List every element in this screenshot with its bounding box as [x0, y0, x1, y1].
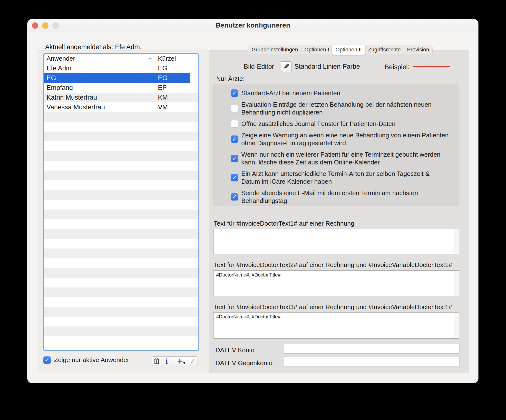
option-checkbox[interactable] [231, 193, 238, 200]
option-checkbox[interactable] [231, 105, 238, 112]
table-row[interactable] [44, 141, 198, 151]
table-row[interactable] [44, 287, 198, 297]
confirm-button[interactable]: ✓ [188, 357, 197, 366]
table-row[interactable] [44, 239, 198, 248]
tab-zugriffsrechte[interactable]: Zugriffsrechte [365, 46, 404, 54]
cell-spacer [190, 102, 198, 112]
minimize-button[interactable] [42, 22, 49, 29]
add-user-button[interactable]: + ▼ [172, 357, 188, 366]
table-row[interactable] [44, 122, 198, 132]
option-row: Ein Arzt kann unterschiedliche Termin-Ar… [231, 170, 459, 185]
option-checkbox[interactable] [231, 135, 238, 143]
invoice-text2-field[interactable]: #DoctorName#, #DoctorTitle# [214, 271, 459, 296]
table-row[interactable] [44, 161, 198, 171]
table-row[interactable] [44, 336, 198, 346]
user-toolbar: i + ▼ ✓ [152, 356, 197, 366]
table-row[interactable] [44, 317, 198, 326]
invoice-text2-field-wrap: #DoctorName#, #DoctorTitle# [214, 270, 459, 296]
cell-spacer [190, 278, 198, 287]
tab-optionen-i[interactable]: Optionen I [301, 46, 332, 54]
cell-kuerzel [156, 161, 190, 171]
cell-spacer [190, 317, 198, 326]
option-checkbox[interactable] [231, 155, 238, 162]
cell-anwender [44, 229, 156, 239]
cell-anwender: Katrin Musterfrau [44, 93, 156, 102]
option-checkbox[interactable] [231, 89, 238, 97]
table-row[interactable]: Efe Adm.EG [44, 63, 198, 73]
user-info-button[interactable]: i [162, 357, 172, 366]
table-row[interactable] [44, 297, 198, 307]
invoice-text1-field[interactable] [214, 229, 459, 254]
cell-kuerzel: KM [156, 93, 190, 102]
column-header-anwender[interactable]: Anwender [44, 55, 156, 62]
invoice-text3-field[interactable]: #DoctorName#, #DoctorTitle# [214, 313, 459, 338]
column-header-kuerzel[interactable]: Kürzel [156, 55, 190, 62]
datev-gegenkonto-input[interactable] [284, 357, 459, 366]
tab-provision[interactable]: Provision [404, 46, 432, 54]
tab-grundeinstellungen[interactable]: Grundeinstellungen [248, 46, 301, 54]
cell-anwender [44, 317, 156, 326]
tab-optionen-ii[interactable]: Optionen II [332, 45, 365, 55]
datev-konto-input[interactable] [284, 344, 459, 353]
cell-anwender [44, 307, 156, 317]
table-row[interactable]: Katrin MusterfrauKM [44, 93, 198, 102]
option-label: Evaluation-Einträge der letzten Behandlu… [241, 101, 459, 116]
table-row[interactable] [44, 200, 198, 210]
invoice-text3-field-wrap: #DoctorName#, #DoctorTitle# [214, 312, 459, 339]
table-row[interactable]: EGEG [44, 73, 198, 83]
cell-kuerzel [156, 141, 190, 151]
cell-anwender [44, 171, 156, 180]
table-row[interactable] [44, 229, 198, 239]
table-row[interactable] [44, 171, 198, 180]
option-checkbox[interactable] [231, 174, 238, 181]
cell-kuerzel: EG [156, 73, 190, 83]
window-title: Benutzer konfigurieren [215, 21, 290, 29]
option-label: Standard-Arzt bei neuem Patienten [241, 89, 459, 97]
beispiel-label: Beispiel: [385, 63, 409, 71]
table-row[interactable] [44, 268, 198, 278]
show-active-checkbox[interactable] [43, 356, 51, 364]
table-row[interactable]: Vanessa MusterfrauVM [44, 102, 198, 112]
table-row[interactable] [44, 307, 198, 317]
cell-anwender [44, 268, 156, 278]
option-label: Ein Arzt kann unterschiedliche Termin-Ar… [241, 170, 459, 185]
zoom-button[interactable] [52, 22, 59, 29]
option-row: Standard-Arzt bei neuem Patienten [231, 89, 459, 97]
cell-anwender: Empfang [44, 83, 156, 93]
desktop: { "window": { "title": "Benutzer konfigu… [0, 0, 506, 420]
bild-editor-button[interactable] [281, 61, 292, 72]
cell-kuerzel [156, 200, 190, 210]
table-row[interactable] [44, 180, 198, 190]
user-table: Anwender Kürzel Efe Adm.EGEGEGEmpfangEPK… [43, 53, 199, 351]
cell-anwender [44, 239, 156, 248]
cell-anwender [44, 219, 156, 229]
cell-spacer [190, 190, 198, 200]
table-row[interactable] [44, 278, 198, 287]
invoice-text1-field-wrap [214, 229, 459, 254]
cell-anwender [44, 336, 156, 346]
table-row[interactable] [44, 132, 198, 141]
cell-kuerzel: EP [156, 83, 190, 93]
delete-user-button[interactable] [152, 357, 162, 366]
cell-kuerzel [156, 336, 190, 346]
table-row[interactable] [44, 210, 198, 219]
traffic-lights [32, 22, 59, 29]
table-row[interactable] [44, 219, 198, 229]
cell-kuerzel [156, 219, 190, 229]
column-label-anwender: Anwender [47, 55, 75, 62]
table-row[interactable] [44, 151, 198, 161]
cell-kuerzel [156, 278, 190, 287]
cell-spacer [190, 63, 198, 73]
table-row[interactable] [44, 258, 198, 268]
option-checkbox[interactable] [231, 120, 238, 127]
cell-anwender: Efe Adm. [44, 63, 156, 73]
table-row[interactable] [44, 112, 198, 122]
trash-icon [154, 357, 160, 365]
table-row[interactable]: EmpfangEP [44, 83, 198, 93]
close-button[interactable] [32, 22, 38, 29]
cell-spacer [190, 132, 198, 141]
table-row[interactable] [44, 190, 198, 200]
table-row[interactable] [44, 248, 198, 258]
table-row[interactable] [44, 326, 198, 336]
cell-kuerzel [156, 317, 190, 326]
